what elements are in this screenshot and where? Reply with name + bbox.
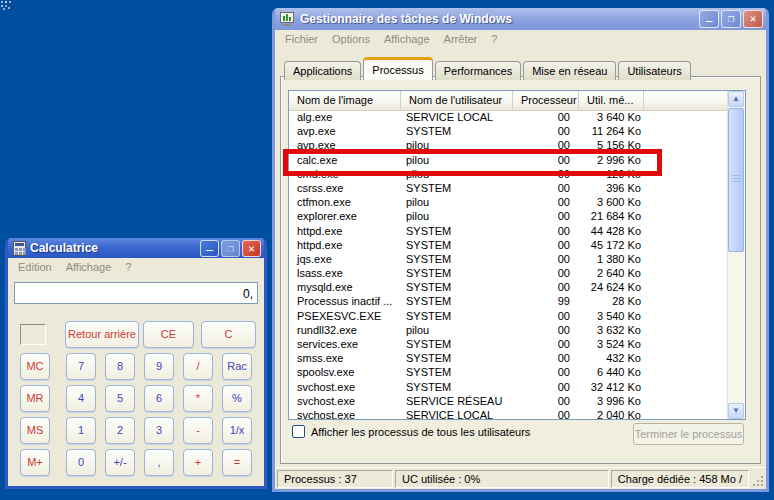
backspace-button[interactable]: Retour arrière	[65, 321, 139, 348]
cell-mem: 44 428 Ko	[579, 224, 644, 238]
tab[interactable]: Applications	[284, 61, 361, 80]
maximize-button[interactable]: ❐	[721, 10, 741, 28]
calc-button[interactable]: *	[183, 385, 213, 412]
calc-button[interactable]: /	[183, 353, 213, 380]
table-row[interactable]: PSEXESVC.EXE SYSTEM 00 3 540 Ko	[289, 309, 728, 323]
calc-button[interactable]: 0	[66, 449, 96, 476]
scroll-up-icon[interactable]: ▲	[728, 91, 744, 107]
calc-button[interactable]: M+	[20, 449, 50, 476]
minimize-button[interactable]: _	[699, 10, 719, 28]
calc-button[interactable]: 5	[105, 385, 135, 412]
process-list[interactable]: Nom de l'image Nom de l'utilisateur Proc…	[288, 90, 746, 420]
clear-button[interactable]: C	[201, 321, 256, 348]
table-row[interactable]: csrss.exe SYSTEM 00 396 Ko	[289, 181, 728, 195]
cell-image-name: mysqld.exe	[289, 280, 401, 294]
cell-cpu: 00	[513, 280, 579, 294]
calc-button[interactable]: MS	[20, 417, 50, 444]
cell-mem: 3 996 Ko	[579, 394, 644, 408]
cell-mem: 45 172 Ko	[579, 238, 644, 252]
cell-image-name: httpd.exe	[289, 238, 401, 252]
calc-button[interactable]: 6	[144, 385, 174, 412]
table-row[interactable]: svchost.exe SERVICE RÉSEAU 00 3 996 Ko	[289, 394, 728, 408]
scrollbar-thumb[interactable]	[728, 108, 744, 252]
table-row[interactable]: smss.exe SYSTEM 00 432 Ko	[289, 351, 728, 365]
cell-user-name: SERVICE LOCAL	[401, 408, 513, 419]
calc-button[interactable]: 2	[105, 417, 135, 444]
tab-bar: ApplicationsProcessusPerformancesMise en…	[284, 55, 766, 80]
calc-button[interactable]: 1	[66, 417, 96, 444]
table-row[interactable]: ctfmon.exe pilou 00 3 600 Ko	[289, 195, 728, 209]
calc-button[interactable]: Rac	[222, 353, 252, 380]
table-row[interactable]: Processus inactif ... SYSTEM 99 28 Ko	[289, 294, 728, 308]
cell-user-name: SYSTEM	[401, 309, 513, 323]
end-process-button[interactable]: Terminer le processus	[633, 423, 744, 445]
menu-item[interactable]: ?	[484, 31, 504, 47]
menu-item[interactable]: ?	[118, 259, 138, 275]
table-row[interactable]: rundll32.exe pilou 00 3 632 Ko	[289, 323, 728, 337]
menu-item[interactable]: Affichage	[377, 31, 437, 47]
menu-item[interactable]: Fichier	[278, 31, 325, 47]
tab[interactable]: Mise en réseau	[523, 61, 616, 80]
task-manager-titlebar[interactable]: Gestionnaire des tâches de Windows _ ❐ ✕	[275, 8, 766, 30]
show-all-processes-checkbox[interactable]	[292, 425, 305, 438]
highlight-annotation-rectangle	[283, 149, 662, 176]
clear-entry-button[interactable]: CE	[143, 321, 194, 348]
scroll-down-icon[interactable]: ▼	[728, 403, 744, 419]
calc-button[interactable]: 7	[66, 353, 96, 380]
close-button[interactable]: ✕	[242, 240, 261, 257]
column-header-image-name[interactable]: Nom de l'image	[289, 91, 401, 110]
tab[interactable]: Performances	[435, 61, 521, 80]
calc-button[interactable]: =	[222, 449, 252, 476]
calc-button[interactable]: ,	[144, 449, 174, 476]
cell-image-name: spoolsv.exe	[289, 365, 401, 379]
table-row[interactable]: httpd.exe SYSTEM 00 45 172 Ko	[289, 238, 728, 252]
calc-button[interactable]: 3	[144, 417, 174, 444]
table-row[interactable]: lsass.exe SYSTEM 00 2 640 Ko	[289, 266, 728, 280]
calc-button[interactable]: -	[183, 417, 213, 444]
table-row[interactable]: spoolsv.exe SYSTEM 00 6 440 Ko	[289, 365, 728, 379]
table-row[interactable]: svchost.exe SERVICE LOCAL 00 2 040 Ko	[289, 408, 728, 419]
calc-button[interactable]: MC	[20, 353, 50, 380]
calculator-titlebar[interactable]: Calculatrice _ ❐ ✕	[8, 238, 264, 258]
calc-button[interactable]: 8	[105, 353, 135, 380]
status-panel: Charge dédiée : 458 Mo /	[611, 470, 749, 488]
calc-button[interactable]: 4	[66, 385, 96, 412]
table-row[interactable]: jqs.exe SYSTEM 00 1 380 Ko	[289, 252, 728, 266]
column-header-cpu[interactable]: Processeur	[513, 91, 579, 110]
tab[interactable]: Processus	[363, 57, 432, 80]
resize-grip[interactable]	[751, 470, 765, 488]
calc-button[interactable]: MR	[20, 385, 50, 412]
menu-item[interactable]: Options	[325, 31, 377, 47]
menu-item[interactable]: Affichage	[59, 259, 119, 275]
column-header-user-name[interactable]: Nom de l'utilisateur	[401, 91, 513, 110]
calc-button[interactable]: +/-	[105, 449, 135, 476]
vertical-scrollbar[interactable]: ▲ ▼	[727, 91, 745, 419]
cell-mem: 432 Ko	[579, 351, 644, 365]
minimize-button[interactable]: _	[200, 240, 219, 257]
table-row[interactable]: explorer.exe pilou 00 21 684 Ko	[289, 209, 728, 223]
status-panel: UC utilisée : 0%	[395, 470, 609, 488]
cell-image-name: explorer.exe	[289, 209, 401, 223]
close-button[interactable]: ✕	[743, 10, 763, 28]
calc-button[interactable]: %	[222, 385, 252, 412]
calc-button[interactable]: +	[183, 449, 213, 476]
calc-button[interactable]: 9	[144, 353, 174, 380]
table-row[interactable]: avp.exe SYSTEM 00 11 264 Ko	[289, 124, 728, 138]
cell-image-name: lsass.exe	[289, 266, 401, 280]
table-row[interactable]: httpd.exe SYSTEM 00 44 428 Ko	[289, 224, 728, 238]
table-row[interactable]: mysqld.exe SYSTEM 00 24 624 Ko	[289, 280, 728, 294]
calc-button[interactable]: 1/x	[222, 417, 252, 444]
window-title: Calculatrice	[30, 241, 200, 255]
table-row[interactable]: svchost.exe SYSTEM 00 32 412 Ko	[289, 380, 728, 394]
table-row[interactable]: alg.exe SERVICE LOCAL 00 3 640 Ko	[289, 110, 728, 124]
calculator-display[interactable]: 0,	[14, 282, 258, 304]
cell-user-name: pilou	[401, 209, 513, 223]
tab[interactable]: Utilisateurs	[618, 61, 690, 80]
table-row[interactable]: services.exe SYSTEM 00 3 524 Ko	[289, 337, 728, 351]
menu-item[interactable]: Edition	[11, 259, 59, 275]
cell-user-name: SYSTEM	[401, 365, 513, 379]
menu-item[interactable]: Arrêter	[437, 31, 485, 47]
column-header-mem[interactable]: Util. mé...	[579, 91, 644, 110]
cell-cpu: 00	[513, 380, 579, 394]
cell-mem: 32 412 Ko	[579, 380, 644, 394]
